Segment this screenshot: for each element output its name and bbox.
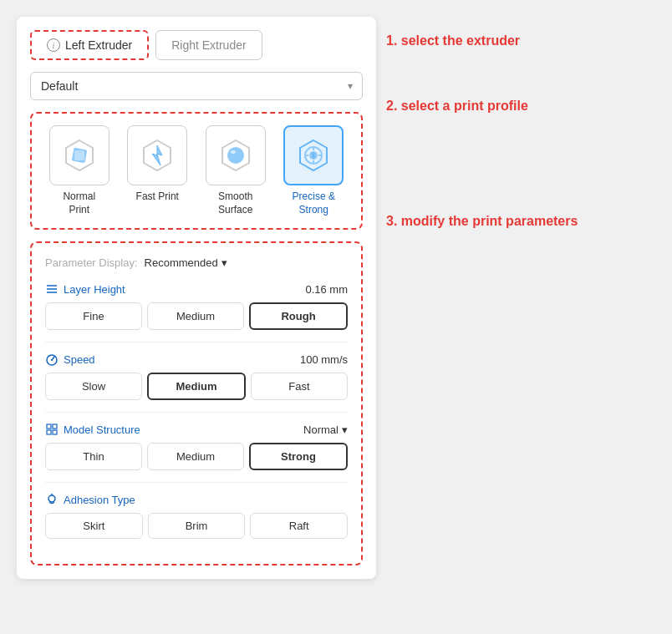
extruder-tabs: i Left Extruder Right Extruder <box>30 30 363 60</box>
param-display-text: Recommended <box>145 256 218 269</box>
adhesion-type-header: Adhesion Type <box>45 493 348 506</box>
instructions-panel: 1. select the extruder 2. select a print… <box>386 17 654 229</box>
svg-point-22 <box>48 495 55 502</box>
speed-value: 100 mm/s <box>300 353 348 366</box>
adhesion-type-param: Adhesion Type Skirt Brim Raft <box>45 493 348 539</box>
svg-marker-4 <box>152 145 162 165</box>
layer-height-rough[interactable]: Rough <box>249 302 348 330</box>
panel: i Left Extruder Right Extruder Default ▾ <box>17 17 376 579</box>
model-structure-arrow-icon: ▾ <box>342 424 348 436</box>
model-structure-value-dropdown[interactable]: Normal ▾ <box>303 424 348 436</box>
model-structure-icon <box>45 423 59 436</box>
speed-fast[interactable]: Fast <box>251 373 348 400</box>
param-display-arrow-icon: ▾ <box>221 256 227 269</box>
model-structure-value: Normal <box>303 424 339 436</box>
svg-rect-19 <box>53 424 57 429</box>
param-display-row: Parameter Display: Recommended ▾ <box>45 256 348 269</box>
profile-smooth-surface[interactable]: SmoothSurface <box>200 125 272 216</box>
layer-height-value: 0.16 mm <box>305 283 348 296</box>
fast-print-label: Fast Print <box>136 190 179 204</box>
divider-3 <box>45 482 348 483</box>
main-container: i Left Extruder Right Extruder Default ▾ <box>17 17 654 579</box>
layer-height-name: Layer Height <box>45 282 125 296</box>
info-icon: i <box>47 38 60 52</box>
profile-fast-print[interactable]: Fast Print <box>122 125 194 216</box>
svg-rect-20 <box>47 430 51 434</box>
layer-height-header: Layer Height 0.16 mm <box>45 282 348 296</box>
speed-slow[interactable]: Slow <box>45 373 142 400</box>
divider-1 <box>45 342 348 342</box>
profile-precise-strong[interactable]: Precise &Strong <box>278 125 350 216</box>
model-structure-options: Thin Medium Strong <box>45 443 348 470</box>
adhesion-type-options: Skirt Brim Raft <box>45 513 348 539</box>
svg-rect-18 <box>47 424 51 429</box>
model-structure-param: Model Structure Normal ▾ Thin Medium Str… <box>45 423 348 470</box>
svg-rect-21 <box>53 430 57 434</box>
layer-height-medium[interactable]: Medium <box>147 302 244 330</box>
left-extruder-label: Left Extruder <box>65 38 132 52</box>
speed-medium[interactable]: Medium <box>147 373 246 400</box>
adhesion-type-icon <box>45 493 59 506</box>
params-section: Parameter Display: Recommended ▾ Laye <box>30 241 363 566</box>
layer-height-icon <box>45 282 59 296</box>
profile-icon-box-fast <box>127 125 187 185</box>
speed-param: Speed 100 mm/s Slow Medium Fast <box>45 353 348 400</box>
fast-print-icon <box>139 137 176 174</box>
model-structure-medium[interactable]: Medium <box>147 443 244 470</box>
precise-strong-icon <box>295 137 332 174</box>
svg-point-16 <box>51 359 53 361</box>
right-extruder-label: Right Extruder <box>171 38 246 52</box>
profile-dropdown-wrapper: Default ▾ <box>30 72 363 100</box>
param-display-label: Parameter Display: <box>45 256 138 269</box>
svg-rect-2 <box>74 150 84 160</box>
model-structure-name: Model Structure <box>45 423 140 436</box>
divider-2 <box>45 412 348 413</box>
profile-icon-box-smooth <box>206 125 266 185</box>
adhesion-brim[interactable]: Brim <box>148 513 246 539</box>
model-structure-thin[interactable]: Thin <box>45 443 142 470</box>
profile-icon-box-precise <box>283 125 344 185</box>
normal-print-icon <box>61 137 98 174</box>
model-structure-strong[interactable]: Strong <box>249 443 348 470</box>
layer-height-fine[interactable]: Fine <box>45 302 142 330</box>
layer-height-param: Layer Height 0.16 mm Fine Medium Rough <box>45 282 348 330</box>
print-profile-section: NormalPrint Fast Print <box>30 112 363 230</box>
speed-icon <box>45 353 59 366</box>
profile-normal-print[interactable]: NormalPrint <box>43 125 115 216</box>
adhesion-skirt[interactable]: Skirt <box>45 513 143 539</box>
smooth-surface-label: SmoothSurface <box>218 190 252 216</box>
normal-print-label: NormalPrint <box>63 190 95 216</box>
speed-name: Speed <box>45 353 95 366</box>
instruction-2: 2. select a print profile <box>386 99 654 114</box>
svg-point-7 <box>231 150 236 154</box>
speed-header: Speed 100 mm/s <box>45 353 348 366</box>
right-extruder-tab[interactable]: Right Extruder <box>155 30 262 60</box>
profile-grid: NormalPrint Fast Print <box>43 125 349 216</box>
instruction-1: 1. select the extruder <box>386 33 654 48</box>
profile-dropdown[interactable]: Default <box>30 72 363 100</box>
smooth-surface-icon <box>217 137 254 174</box>
precise-strong-label: Precise &Strong <box>293 190 335 216</box>
speed-options: Slow Medium Fast <box>45 373 348 400</box>
profile-icon-box-normal <box>49 125 109 185</box>
instruction-3: 3. modify the print parameters <box>386 214 654 229</box>
layer-height-options: Fine Medium Rough <box>45 302 348 330</box>
param-display-value-btn[interactable]: Recommended ▾ <box>145 256 227 269</box>
adhesion-raft[interactable]: Raft <box>250 513 348 539</box>
model-structure-header: Model Structure Normal ▾ <box>45 423 348 436</box>
left-extruder-tab[interactable]: i Left Extruder <box>30 30 149 60</box>
svg-point-6 <box>227 147 244 164</box>
adhesion-type-name: Adhesion Type <box>45 493 135 506</box>
